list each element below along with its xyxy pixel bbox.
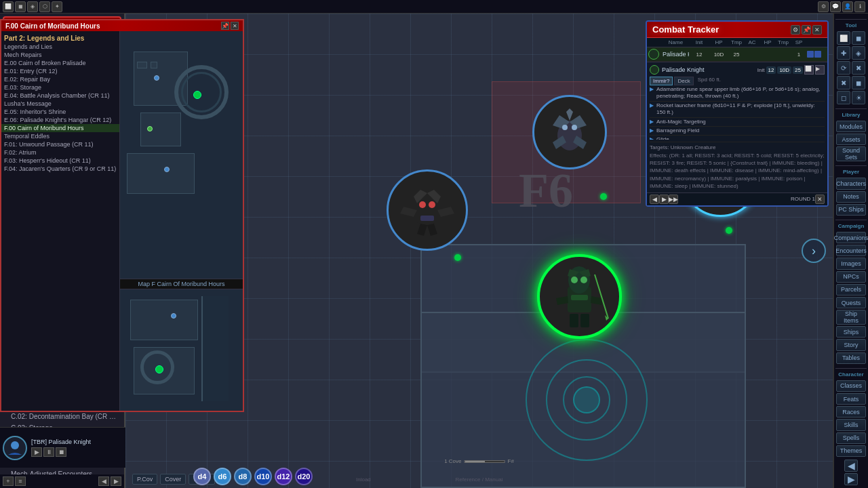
ref-nav-item[interactable]: E.05: Inheritor's Shrine — [1, 108, 119, 116]
ct-cell-name-1[interactable]: Palisade Knight — [663, 51, 689, 58]
nav-arrow-right[interactable]: › — [802, 239, 826, 263]
nav-item[interactable]: Mech-Adjusted Encounters — [3, 468, 121, 474]
info-icon[interactable]: ℹ — [854, 1, 865, 12]
tool-btn-9[interactable]: ◻ — [837, 91, 850, 104]
portrait-btn-3[interactable]: ⏹ — [56, 447, 66, 457]
ct-panel-icon-2[interactable]: ▶ — [815, 65, 825, 75]
sidebar-races[interactable]: Races — [836, 406, 866, 418]
ref-nav-item[interactable]: Lusha's Message — [1, 100, 119, 108]
die-4[interactable]: d4 — [193, 468, 211, 485]
ref-nav-item[interactable]: E.01: Entry (CR 12) — [1, 67, 119, 75]
sidebar-bottom-left[interactable]: ◀ — [844, 460, 858, 472]
p-cov-btn[interactable]: P.Cov — [132, 474, 157, 485]
ref-nav-item[interactable]: E.03: Storage — [1, 83, 119, 92]
ct-action-icon-2[interactable] — [814, 51, 821, 58]
sidebar-notes[interactable]: Notes — [836, 191, 866, 203]
add-btn[interactable]: + — [3, 476, 14, 486]
sidebar-ship-items[interactable]: Ship Items — [836, 310, 866, 325]
ref-nav-item[interactable]: E.02: Repair Bay — [1, 75, 119, 83]
toolbar-icon-4[interactable]: ⬡ — [39, 1, 50, 12]
tool-btn-5[interactable]: ⟳ — [837, 61, 850, 75]
ct-end-btn[interactable]: ✕ — [815, 195, 825, 204]
sidebar-npcs[interactable]: NPCs — [836, 271, 866, 283]
die-10[interactable]: d10 — [254, 468, 272, 485]
toolbar-icon-5[interactable]: ✦ — [52, 1, 62, 12]
token-mech-left[interactable] — [387, 169, 468, 251]
ref-nav-item[interactable]: F.02: Atrium — [1, 148, 119, 157]
ct-pin-btn[interactable]: 📌 — [802, 25, 811, 35]
tool-btn-4[interactable]: ◈ — [852, 46, 865, 60]
token-flying-1[interactable]: 15 — [532, 95, 607, 169]
die-6[interactable]: d6 — [214, 468, 231, 485]
ref-nav-item[interactable]: E.06: Palisade Knight's Hangar (CR 12) — [1, 116, 119, 124]
ref-nav-item[interactable]: F.01: Unwound Passage (CR 11) — [1, 140, 119, 148]
portrait-btn-2[interactable]: ⏸ — [43, 447, 54, 457]
token-active-center[interactable] — [537, 254, 622, 339]
ct-panel-icon-1[interactable]: ⬜ — [804, 65, 814, 75]
tool-btn-1[interactable]: ⬜ — [837, 31, 850, 45]
sidebar-ships[interactable]: Ships — [836, 326, 866, 338]
sidebar-skills[interactable]: Skills — [836, 419, 866, 430]
sidebar-modules[interactable]: Modules — [836, 121, 866, 132]
ct-close-btn[interactable]: ✕ — [812, 25, 822, 35]
tool-btn-6[interactable]: ✖ — [852, 61, 865, 75]
ref-nav-item[interactable]: F.04: Jacaren's Quarters (CR 9 or CR 11) — [1, 165, 119, 173]
user-icon[interactable]: 👤 — [842, 1, 853, 12]
sidebar-classes[interactable]: Classes — [836, 380, 866, 392]
sidebar-themes[interactable]: Themes — [836, 445, 866, 457]
sidebar-tables[interactable]: Tables — [836, 352, 866, 364]
top-bar: ⬜ ◼ ◈ ⬡ ✦ ⚙ 💬 👤 ℹ — [0, 0, 868, 14]
portrait-btn-1[interactable]: ▶ — [31, 447, 42, 457]
tool-btn-3[interactable]: ✚ — [837, 46, 850, 60]
sidebar-encounters[interactable]: Encounters — [836, 245, 866, 256]
ref-nav-item[interactable]: Part 2: Legends and Lies — [1, 34, 119, 43]
prev-btn[interactable]: ◀ — [98, 476, 109, 486]
ct-play-btn[interactable]: ▶ — [659, 195, 669, 204]
ct-action-icon-1[interactable] — [807, 51, 814, 58]
ref-nav-item[interactable]: Legends and Lies — [1, 43, 119, 51]
tool-btn-7[interactable]: ✖ — [837, 76, 850, 89]
ref-pin-btn[interactable]: 📌 — [221, 22, 229, 30]
token-flying-1-inner: 15 — [534, 97, 605, 167]
ct-next-btn[interactable]: ▶▶ — [669, 195, 678, 204]
sidebar-companions[interactable]: Companions — [836, 232, 866, 243]
sidebar-images[interactable]: Images — [836, 258, 866, 269]
ref-nav-item[interactable]: Temporal Eddles — [1, 132, 119, 140]
sidebar-characters[interactable]: Characters — [836, 178, 866, 189]
ref-nav-item[interactable]: E.00 Cairn of Broken Palisade — [1, 59, 119, 67]
tool-btn-2[interactable]: ◼ — [852, 31, 865, 45]
settings-icon[interactable]: ⚙ — [818, 1, 829, 12]
list-btn[interactable]: ≡ — [15, 476, 26, 486]
die-12[interactable]: d12 — [275, 468, 292, 485]
die-8[interactable]: d8 — [234, 468, 252, 485]
sidebar-pc-ships[interactable]: PC Ships — [836, 204, 866, 216]
ref-nav-item[interactable]: F.00 Cairn of Moribund Hours — [1, 124, 119, 132]
ref-close-btn[interactable]: ✕ — [231, 22, 239, 30]
sidebar-parcels[interactable]: Parcels — [836, 284, 866, 296]
toolbar-icon-1[interactable]: ⬜ — [3, 1, 14, 12]
toolbar-icon-2[interactable]: ◼ — [15, 1, 26, 12]
chat-icon[interactable]: 💬 — [830, 1, 841, 12]
ref-nav-item[interactable]: E.04: Battle Analysis Chamber (CR 11) — [1, 92, 119, 100]
ct-prev-btn[interactable]: ◀ — [650, 195, 659, 204]
tool-btn-8[interactable]: ◼ — [852, 76, 865, 89]
nav-item[interactable]: C.02: Decontamination Bay (CR 11) — [3, 411, 121, 422]
sidebar-assets[interactable]: Assets — [836, 134, 866, 145]
sidebar-feats[interactable]: Feats — [836, 393, 866, 405]
ref-nav-item[interactable]: Mech Repairs — [1, 51, 119, 59]
ref-nav-item[interactable]: F.03: Hesperr's Hideout (CR 11) — [1, 157, 119, 165]
ct-tab-deck[interactable]: Deck — [674, 77, 693, 85]
ct-tab-immir[interactable]: Immir? — [650, 77, 673, 85]
next-btn[interactable]: ▶ — [111, 476, 121, 486]
ct-cell-init-1[interactable]: 12 — [690, 52, 709, 58]
sidebar-story[interactable]: Story — [836, 339, 866, 350]
ct-settings-btn[interactable]: ⚙ — [791, 25, 800, 35]
tool-btn-10[interactable]: ☀ — [852, 91, 865, 104]
sidebar-quests[interactable]: Quests — [836, 297, 866, 308]
sidebar-sound-sets[interactable]: Sound Sets — [836, 146, 866, 161]
sidebar-spells[interactable]: Spells — [836, 432, 866, 444]
cover-btn[interactable]: Cover — [160, 474, 186, 485]
die-20[interactable]: d20 — [295, 468, 313, 485]
toolbar-icon-3[interactable]: ◈ — [27, 1, 38, 12]
sidebar-bottom-right[interactable]: ▶ — [844, 473, 858, 485]
